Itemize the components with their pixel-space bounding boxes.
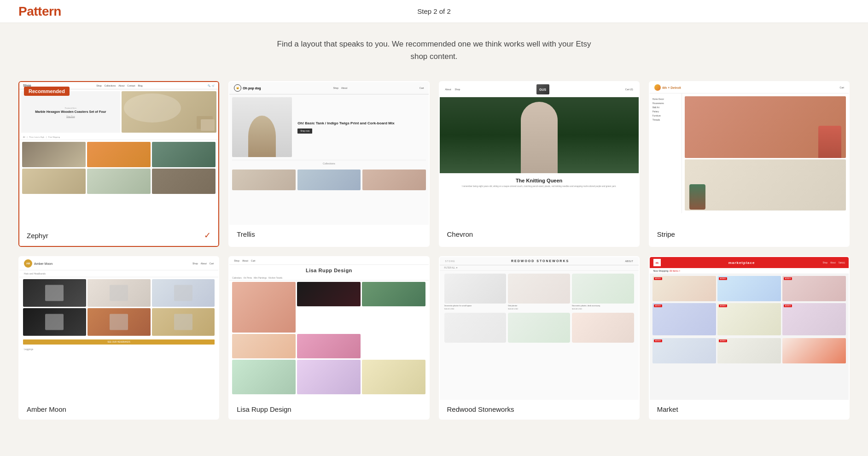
chevron-logo-icon: GUS	[536, 84, 549, 94]
redwood-product-2-price: $18.00 USD	[508, 308, 570, 310]
market-preview: m marketplace ShopAboutSale(s) Now Shopp…	[650, 257, 849, 400]
market-product-5-img	[717, 303, 781, 335]
redwood-preview: STORE REDWOOD STONEWORKS ABOUT FILTER AL…	[440, 257, 639, 400]
amber-product-4	[23, 308, 86, 336]
lisa-rupp-label: Lisa Rupp Design	[237, 405, 291, 413]
market-products-row3: ADDED ADDED	[650, 337, 849, 365]
redwood-product-1-label: Geometric planter for small space	[444, 304, 507, 308]
redwood-label: Redwood Stoneworks	[447, 405, 514, 413]
amber-product-3	[152, 279, 215, 307]
chevron-nav-links: AboutShop	[445, 88, 460, 91]
trellis-hero: Oh! Basic Tank / Indigo Twigs Print and …	[232, 97, 425, 157]
chevron-preview: AboutShop GUS Cart (0) The Knitting Quee…	[440, 82, 639, 225]
theme-card-amber-moon[interactable]: AM Amber Moon Shop About Cart Hats and H…	[18, 256, 219, 420]
redwood-product-4-img	[444, 313, 507, 343]
stripe-sidebar-item-5: Furniture	[652, 114, 679, 118]
step-indicator: Step 2 of 2	[417, 7, 451, 15]
redwood-product-3-price: $18.00 USD	[572, 308, 634, 310]
stripe-footer: Stripe	[650, 225, 849, 244]
market-nav-links: ShopAboutSale(s)	[822, 262, 845, 264]
lisa-products-grid	[229, 282, 428, 358]
lisa-products-bottom	[229, 358, 428, 396]
theme-card-redwood[interactable]: STORE REDWOOD STONEWORKS ABOUT FILTER AL…	[439, 256, 640, 420]
lisa-product-2	[297, 282, 361, 306]
redwood-product-3-label: Geometric planter, desk accessory	[572, 304, 634, 308]
chevron-text-section: The Knitting Queen I remember being eigh…	[440, 173, 639, 193]
redwood-product-5	[508, 313, 570, 343]
theme-card-lisa-rupp[interactable]: ShopAboutCart Lisa Rupp Design Calendars…	[228, 256, 429, 420]
zephyr-product-6	[152, 169, 216, 194]
redwood-nav: STORE REDWOOD STONEWORKS ABOUT	[440, 257, 639, 265]
themes-grid: Recommended Shop ShopCollectionsAboutCon…	[0, 72, 868, 438]
market-product-5-badge: ADDED	[719, 304, 727, 307]
zephyr-product-2	[87, 142, 151, 167]
market-product-6-badge: ADDED	[784, 304, 792, 307]
zephyr-products	[19, 140, 218, 196]
market-product-8: ADDED	[717, 338, 781, 363]
market-product-4: ADDED	[652, 303, 716, 335]
stripe-plant-image	[689, 184, 705, 210]
market-product-7: ADDED	[652, 338, 716, 363]
market-product-9	[782, 338, 846, 363]
stripe-sidebar-item-6: Threads	[652, 118, 679, 122]
theme-card-chevron[interactable]: AboutShop GUS Cart (0) The Knitting Quee…	[439, 81, 640, 247]
amber-moon-footer: Amber Moon	[19, 400, 218, 419]
redwood-product-3: Geometric planter, desk accessory $18.00…	[572, 274, 634, 310]
stripe-bottom-image	[685, 159, 846, 210]
subtitle-section: Find a layout that speaks to you. We rec…	[0, 23, 868, 72]
market-product-1: ADDED	[652, 276, 716, 301]
stripe-chair-image	[818, 126, 841, 158]
market-product-7-badge: ADDED	[654, 339, 662, 342]
trellis-col-3	[362, 170, 425, 190]
stripe-nav: 4th + Detroit Cart	[650, 82, 849, 94]
zephyr-product-5	[87, 169, 151, 194]
amber-logo: AM Amber Moon	[24, 259, 52, 268]
stripe-logo-sun	[654, 84, 661, 91]
stripe-main-images	[682, 94, 849, 213]
amber-products-row1	[19, 277, 218, 338]
zephyr-nav-links: ShopCollectionsAboutContactBlog	[96, 84, 142, 87]
trellis-collection-items	[229, 168, 428, 192]
market-product-4-badge: ADDED	[654, 304, 662, 307]
trellis-preview: 🐱 Oh pop dog ShopAbout Cart Oh! Basic Ta…	[229, 82, 428, 225]
chevron-label: Chevron	[447, 230, 473, 238]
zephyr-check-icon: ✓	[204, 230, 211, 240]
redwood-product-3-img	[572, 274, 634, 304]
theme-card-stripe[interactable]: 4th + Detroit Cart Home Decor Housewares…	[649, 81, 850, 247]
redwood-product-4	[444, 313, 507, 343]
trellis-footer: Trellis	[229, 225, 428, 244]
theme-card-market[interactable]: m marketplace ShopAboutSale(s) Now Shopp…	[649, 256, 850, 420]
stripe-top-image	[685, 96, 846, 158]
lisa-nav-links: ShopAboutCart	[234, 259, 255, 262]
market-label: Market	[657, 405, 678, 413]
theme-card-trellis[interactable]: 🐱 Oh pop dog ShopAbout Cart Oh! Basic Ta…	[228, 81, 429, 247]
market-logo-box: m	[653, 259, 661, 266]
trellis-logo-icon: 🐱	[234, 84, 241, 92]
chevron-nav: AboutShop GUS Cart (0)	[440, 82, 639, 97]
amber-product-6	[152, 308, 215, 336]
theme-card-zephyr[interactable]: Recommended Shop ShopCollectionsAboutCon…	[18, 81, 219, 247]
amber-product-5	[87, 308, 151, 336]
stripe-preview: 4th + Detroit Cart Home Decor Housewares…	[650, 82, 849, 225]
stripe-sidebar-item-1: Home Decor	[652, 97, 679, 101]
amber-nav: AM Amber Moon Shop About Cart	[19, 257, 218, 270]
market-product-6-img	[782, 303, 846, 335]
zephyr-filter-row: All|Price: Low to High|Free Shipping	[19, 134, 218, 140]
market-product-8-badge: ADDED	[719, 339, 727, 342]
lisa-product-1	[232, 282, 296, 333]
stripe-logo: 4th + Detroit	[654, 84, 681, 91]
market-footer: Market	[650, 400, 849, 419]
lisa-product-5	[297, 334, 361, 358]
zephyr-preview: Recommended Shop ShopCollectionsAboutCon…	[19, 82, 218, 225]
zephyr-hero-image	[122, 91, 217, 133]
market-product-1-badge: ADDED	[654, 277, 662, 280]
zephyr-hero-text: Featured Item Marble Hexagon Wooden Coas…	[21, 91, 120, 133]
trellis-hero-text: Oh! Basic Tank / Indigo Twigs Print and …	[294, 97, 425, 157]
market-product-9-img	[782, 338, 846, 363]
zephyr-footer: Zephyr ✓	[19, 225, 218, 246]
chevron-hero-image	[440, 97, 639, 173]
lisa-rupp-footer: Lisa Rupp Design	[229, 400, 428, 419]
lisa-bot-product-3	[362, 360, 425, 394]
chevron-footer: Chevron	[440, 225, 639, 244]
market-product-2: ADDED	[717, 276, 781, 301]
